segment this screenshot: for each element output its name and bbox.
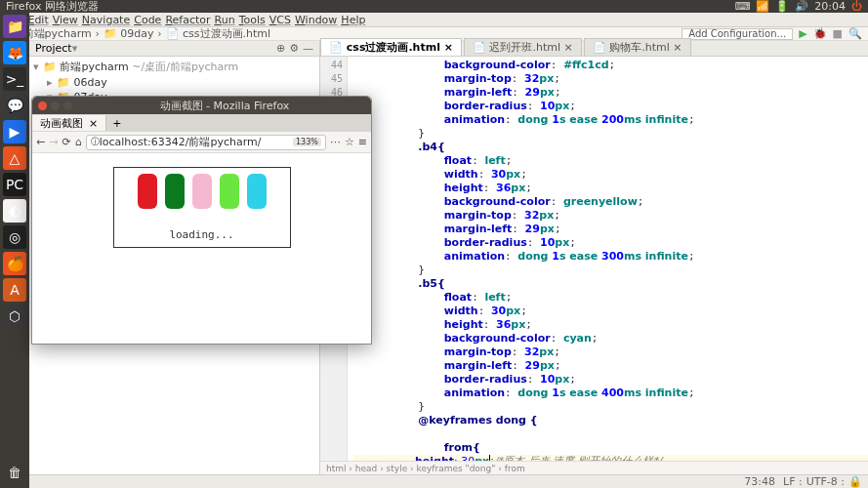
code-lines[interactable]: background-color: #ffc1cd; margin-top: 3… [348,57,868,461]
volume-icon[interactable]: 🔊 [795,0,808,13]
forward-icon: → [49,136,58,148]
power-icon[interactable]: ⏻ [851,0,862,13]
menu-help[interactable]: Help [341,14,365,26]
code-editor[interactable]: 44 45 46 47 48 49 50 background-color: #… [320,57,868,461]
firefox-window[interactable]: 动画截图 - Mozilla Firefox 动画截图× + ← → ⟳ ⌂ ⓘ… [31,96,372,345]
launcher-obs[interactable]: ◎ [3,225,26,249]
menu-dots-icon[interactable]: ⋯ [330,136,341,148]
menu-code[interactable]: Code [134,14,161,26]
close-tab-icon[interactable]: × [89,117,98,130]
trash-icon[interactable]: 🗑 [3,461,26,484]
launcher-app4[interactable]: ⬡ [3,305,26,328]
loader-bar [138,174,157,209]
url-bar[interactable]: ⓘ localhost:63342/前端pycharm/ 133% [86,135,326,150]
home-icon[interactable]: ⌂ [75,136,82,148]
ide-menubar: FileEditViewNavigateCodeRefactorRunTools… [0,13,868,27]
unity-launcher: 📁🦊>_💬▶△PC◐◎🍊A⬡ [0,13,29,488]
editor-breadcrumb[interactable]: html › head › style › keyframes "dong" ›… [320,461,868,474]
maximize-icon[interactable] [63,102,72,110]
collapse-icon[interactable]: ⊕ [276,42,285,55]
launcher-firefox[interactable]: 🦊 [3,41,26,64]
menu-window[interactable]: Window [295,14,337,26]
launcher-wechat[interactable]: 💬 [3,94,26,117]
tree-item[interactable]: ▾📁 前端pycharm ~/桌面/前端pycharm [33,59,315,75]
debug-icon[interactable]: 🐞 [813,27,827,40]
menu-refactor[interactable]: Refactor [165,14,210,26]
keyboard-icon[interactable]: ⌨ [734,0,750,13]
battery-icon[interactable]: 🔋 [775,0,789,13]
project-tool-header[interactable]: Project ▾ ⊕ ⚙ — [29,41,319,57]
hide-icon[interactable]: — [303,42,313,55]
editor-tab[interactable]: 📄 css过渡动画.html × [320,38,462,56]
editor-tabs: 📄 css过渡动画.html ×📄 迟到开班.html ×📄 购物车.html … [320,41,868,57]
loader-bar [192,174,212,209]
launcher-vlc[interactable]: △ [3,146,26,170]
menu-run[interactable]: Run [215,14,235,26]
wifi-icon[interactable]: 📶 [756,0,769,13]
loader-bar [247,174,267,209]
loader-bar [220,174,239,209]
launcher-chrome[interactable]: ◐ [3,199,26,223]
tree-item[interactable]: ▸📁 06day [33,75,315,90]
editor-pane: 📄 css过渡动画.html ×📄 迟到开班.html ×📄 购物车.html … [320,41,868,474]
launcher-app2[interactable]: 🍊 [3,252,26,275]
launcher-pycharm[interactable]: PC [3,173,26,196]
menu-vcs[interactable]: VCS [269,14,291,26]
active-window-title: Firefox 网络浏览器 [6,0,734,14]
stop-icon: ■ [833,27,843,40]
bookmark-icon[interactable]: ☆ [345,136,354,148]
gear-icon[interactable]: ⚙ [289,42,299,55]
add-configuration-button[interactable]: Add Configuration... [682,28,793,40]
menu-edit[interactable]: Edit [27,14,48,26]
run-icon[interactable]: ▶ [799,27,806,40]
crumb[interactable]: 📄 css过渡动画.html [166,26,271,41]
event-log-link[interactable]: ▣ Event Log [795,475,862,488]
back-icon[interactable]: ← [36,136,45,148]
browser-tabs: 动画截图× + [32,114,371,132]
menu-tools[interactable]: Tools [239,14,266,26]
loading-widget: loading... [113,167,291,248]
ide-statusbar: ▣ Event Log [29,474,868,488]
loader-bar [165,174,185,209]
browser-toolbar: ← → ⟳ ⌂ ⓘ localhost:63342/前端pycharm/ 133… [32,132,371,153]
browser-viewport: loading... [32,153,371,344]
system-tray: ⌨ 📶 🔋 🔊 20:04 ⏻ [734,0,862,13]
crumb[interactable]: 📁 09day [103,27,154,40]
reload-icon[interactable]: ⟳ [62,136,70,148]
library-icon[interactable]: ≡ [358,136,367,148]
new-tab-button[interactable]: + [106,117,127,130]
close-icon[interactable] [38,102,47,110]
launcher-app1[interactable]: ▶ [3,120,26,143]
editor-tab[interactable]: 📄 迟到开班.html × [464,38,582,56]
launcher-files[interactable]: 📁 [3,15,26,38]
browser-tab[interactable]: 动画截图× [32,115,106,131]
window-titlebar[interactable]: 动画截图 - Mozilla Firefox [32,97,371,114]
clock[interactable]: 20:04 [814,0,846,13]
launcher-app3[interactable]: A [3,278,26,302]
menu-view[interactable]: View [53,14,78,26]
search-icon[interactable]: 🔍 [848,27,862,40]
menu-navigate[interactable]: Navigate [82,14,130,26]
minimize-icon[interactable] [51,102,60,110]
system-topbar: Firefox 网络浏览器 ⌨ 📶 🔋 🔊 20:04 ⏻ [0,0,868,13]
launcher-terminal[interactable]: >_ [3,67,26,91]
editor-tab[interactable]: 📄 购物车.html × [584,38,691,56]
